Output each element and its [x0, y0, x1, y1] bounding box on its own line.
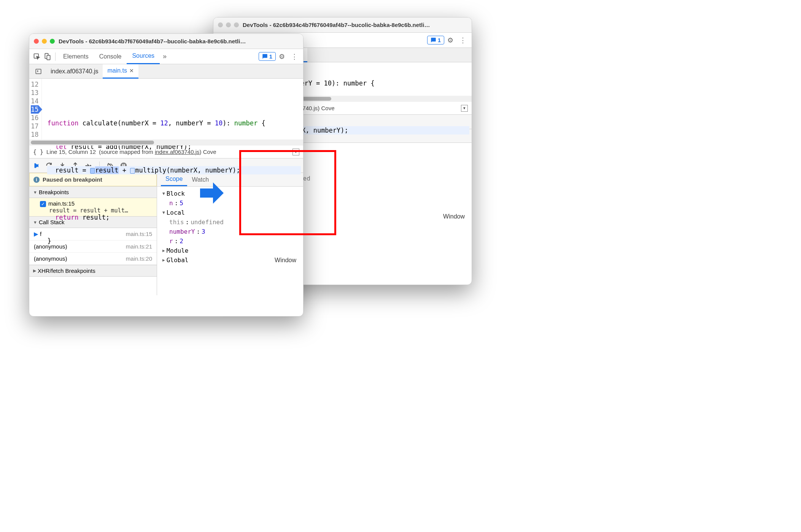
checkbox-icon[interactable]: ✓ — [40, 201, 46, 207]
devtools-window-before: DevTools - 62c6b934c4b7f676049af4b7--buc… — [29, 33, 304, 317]
file-tab-index[interactable]: index.af063740.js — [46, 64, 103, 79]
gear-icon[interactable]: ⚙ — [444, 36, 456, 44]
zoom-icon[interactable] — [50, 39, 55, 44]
messages-badge[interactable]: 1 — [427, 36, 444, 44]
code-line: } — [47, 237, 301, 245]
svg-rect-5 — [47, 55, 50, 60]
svg-rect-6 — [36, 69, 41, 74]
arrow-icon — [200, 182, 224, 204]
main-toolbar: Elements Console Sources » 1 ⚙ ⋮ — [29, 49, 303, 64]
code-line-current: result = result + multiply(numberX, numb… — [47, 166, 301, 174]
file-tabs: index.af063740.js main.ts✕ — [29, 64, 303, 79]
close-icon[interactable]: ✕ — [129, 68, 134, 74]
traffic-lights — [34, 39, 55, 44]
code-line — [47, 95, 301, 104]
traffic-lights — [218, 22, 239, 27]
close-icon[interactable] — [34, 39, 39, 44]
code-line — [47, 190, 301, 198]
tab-sources[interactable]: Sources — [127, 49, 160, 64]
kebab-icon[interactable]: ⋮ — [456, 36, 469, 44]
section-xhr[interactable]: ▶XHR/fetch Breakpoints — [29, 265, 157, 277]
minimize-icon[interactable] — [42, 39, 47, 44]
titlebar: DevTools - 62c6b934c4b7f676049af4b7--buc… — [213, 17, 472, 33]
minimize-icon[interactable] — [226, 22, 231, 27]
snippets-icon[interactable] — [33, 66, 44, 77]
window-title: DevTools - 62c6b934c4b7f676049af4b7--buc… — [59, 38, 246, 44]
zoom-icon[interactable] — [234, 22, 239, 27]
code-line: return result; — [47, 213, 301, 222]
line-gutter[interactable]: 12 13 14 15 16 17 18 — [29, 79, 42, 139]
current-frame-icon: ▶ — [34, 231, 38, 237]
file-tab-main[interactable]: main.ts✕ — [103, 64, 138, 79]
pretty-print-icon[interactable]: { } — [33, 149, 43, 155]
info-icon: i — [33, 177, 40, 183]
titlebar: DevTools - 62c6b934c4b7f676049af4b7--buc… — [29, 34, 303, 49]
kebab-icon[interactable]: ⋮ — [288, 52, 301, 61]
close-icon[interactable] — [218, 22, 223, 27]
window-title: DevTools - 62c6b934c4b7f676049af4b7--buc… — [243, 22, 430, 28]
tab-elements[interactable]: Elements — [58, 49, 94, 64]
code-line: function calculate(numberX = 12, numberY… — [47, 119, 301, 127]
resume-icon[interactable] — [32, 162, 41, 170]
gear-icon[interactable]: ⚙ — [276, 52, 288, 61]
messages-badge[interactable]: 1 — [259, 52, 276, 61]
horizontal-scrollbar[interactable] — [29, 139, 303, 146]
tab-console[interactable]: Console — [94, 49, 127, 64]
step-marker-icon — [130, 168, 135, 174]
code-editor[interactable]: 12 13 14 15 16 17 18 function calculate(… — [29, 79, 303, 139]
inspect-icon[interactable] — [32, 51, 42, 62]
more-tabs-icon[interactable]: » — [160, 52, 170, 60]
breakpoint-line[interactable]: 15 — [31, 105, 38, 114]
step-marker-icon — [90, 168, 95, 174]
device-icon[interactable] — [42, 51, 53, 62]
